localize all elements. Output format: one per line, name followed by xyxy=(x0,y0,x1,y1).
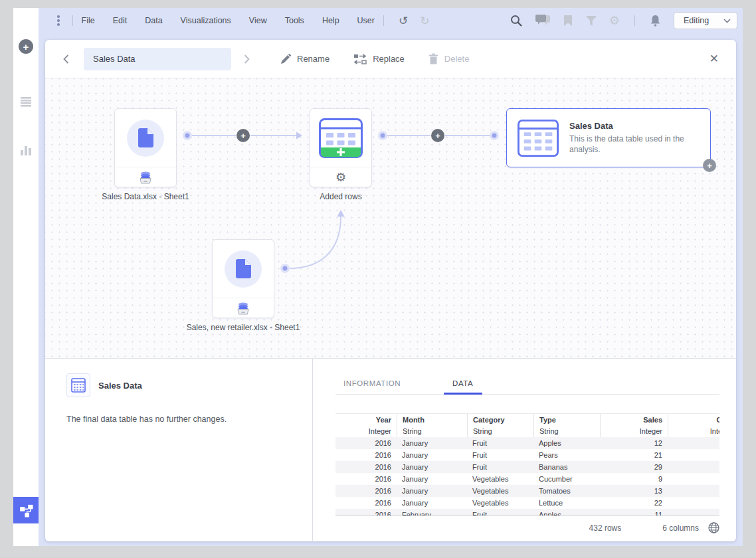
column-types-row: IntegerStringStringStringIntegerInteger xyxy=(335,425,719,437)
table-row[interactable]: 2016JanuaryVegetablesLettuce22 xyxy=(335,497,719,509)
table-cell: 2016 xyxy=(335,461,397,473)
insert-transformation-button[interactable]: + xyxy=(431,129,444,142)
table-cell: 9 xyxy=(600,473,668,485)
document-icon xyxy=(236,259,251,278)
data-preview-table: YearMonthCategoryTypeSalesCostIntegerStr… xyxy=(335,413,719,516)
menu-item-edit[interactable]: Edit xyxy=(113,16,128,25)
column-header-cell: String xyxy=(397,425,467,437)
menu-item-view[interactable]: View xyxy=(249,16,267,25)
chevron-down-icon xyxy=(723,19,731,23)
node-source-file-2[interactable] xyxy=(212,239,274,318)
table-cell: 22 xyxy=(600,497,668,509)
app-window: + FileEditDataVisualizationsViewT xyxy=(13,8,743,546)
menu-item-data[interactable]: Data xyxy=(145,16,162,25)
rename-button[interactable]: Rename xyxy=(280,54,330,64)
column-header-cell: String xyxy=(533,425,600,437)
insert-transformation-button[interactable]: + xyxy=(236,129,250,142)
table-cell xyxy=(668,497,719,509)
table-cell: 2016 xyxy=(335,449,397,461)
table-cell: Fruit xyxy=(467,461,533,473)
node-label: Sales, new retailer.xlsx - Sheet1 xyxy=(170,323,316,332)
replace-button[interactable]: Replace xyxy=(353,54,405,64)
table-cell: Pears xyxy=(533,449,600,461)
table-cell: 2016 xyxy=(335,497,397,509)
column-header-cell: String xyxy=(467,425,533,437)
menubar: FileEditDataVisualizationsViewToolsHelpU… xyxy=(39,8,743,33)
close-canvas-icon[interactable]: ✕ xyxy=(706,49,723,68)
table-cell: Apples xyxy=(533,437,600,449)
table-cell xyxy=(668,461,719,473)
table-cell: Vegetables xyxy=(467,497,533,509)
table-cell: Fruit xyxy=(467,437,533,449)
table-cell: 2016 xyxy=(335,509,397,516)
table-cell: Cucumber xyxy=(533,473,600,485)
active-tab-underline xyxy=(444,393,482,395)
previous-source-button[interactable] xyxy=(58,52,73,66)
tab-data[interactable]: DATA xyxy=(452,379,473,387)
operation-settings-gear-icon[interactable]: ⚙ xyxy=(335,171,346,183)
table-cell: 11 xyxy=(600,509,668,516)
table-cell: 21 xyxy=(600,449,668,461)
redo-icon[interactable]: ↻ xyxy=(420,14,429,28)
column-header-cell: Integer xyxy=(668,425,719,437)
menu-item-tools[interactable]: Tools xyxy=(285,16,304,25)
notifications-bell-icon[interactable] xyxy=(650,15,661,27)
column-header-cell[interactable]: Category xyxy=(467,414,533,425)
bookmarks-icon[interactable] xyxy=(563,15,573,27)
table-footer: 432 rows 6 columns xyxy=(335,522,719,533)
table-cell: 29 xyxy=(600,461,668,473)
filter-icon[interactable] xyxy=(585,15,597,27)
table-cell: January xyxy=(397,485,467,497)
table-row[interactable]: 2016JanuaryVegetablesTomatoes13 xyxy=(335,485,719,497)
globe-icon[interactable] xyxy=(708,522,719,533)
kebab-menu-icon[interactable] xyxy=(53,13,64,29)
table-row[interactable]: 2016JanuaryFruitApples12 xyxy=(335,437,719,449)
node-final-table[interactable]: Sales Data This is the data table used i… xyxy=(506,108,711,167)
stored-data-icon xyxy=(138,171,153,184)
data-in-analysis-icon[interactable] xyxy=(20,96,32,107)
add-step-button[interactable]: + xyxy=(703,159,716,172)
table-row[interactable]: 2016FebruaryFruitApples11 xyxy=(335,509,719,516)
menu-item-user[interactable]: User xyxy=(357,16,375,25)
tab-information[interactable]: INFORMATION xyxy=(343,379,401,387)
data-canvas-tab[interactable] xyxy=(13,497,39,523)
table-cell xyxy=(668,485,719,497)
node-source-file-1[interactable] xyxy=(114,108,177,187)
table-row[interactable]: 2016JanuaryVegetablesCucumber9 xyxy=(335,473,719,485)
data-canvas-panel: Sales Data Rename xyxy=(45,40,736,541)
bottom-panel: Sales Data The final data table has no f… xyxy=(45,359,736,541)
column-header-cell[interactable]: Sales xyxy=(600,414,668,425)
menu-items: FileEditDataVisualizationsViewToolsHelpU… xyxy=(82,16,375,25)
source-name: Sales Data xyxy=(93,54,136,64)
data-preview-pane: INFORMATION DATA YearMonthCategoryTypeSa… xyxy=(313,359,736,541)
column-count: 6 columns xyxy=(662,523,699,533)
table-cell: 2016 xyxy=(335,437,397,449)
menu-item-file[interactable]: File xyxy=(82,16,95,25)
data-table-icon xyxy=(518,119,559,157)
visualization-types-icon[interactable] xyxy=(20,144,32,155)
column-header-cell[interactable]: Cost xyxy=(668,414,719,425)
table-cell: January xyxy=(397,437,467,449)
source-selector[interactable]: Sales Data xyxy=(84,48,231,70)
table-cell xyxy=(668,509,719,516)
node-added-rows[interactable]: ⚙ xyxy=(310,108,372,187)
column-header-cell[interactable]: Type xyxy=(533,414,600,425)
tabs-divider xyxy=(335,394,719,395)
menu-item-help[interactable]: Help xyxy=(322,16,339,25)
column-header-cell[interactable]: Month xyxy=(397,414,467,425)
comments-icon[interactable] xyxy=(535,15,551,27)
settings-gear-icon[interactable]: ⚙ xyxy=(609,13,620,28)
next-source-button[interactable] xyxy=(239,52,254,66)
table-row[interactable]: 2016JanuaryFruitPears21 xyxy=(335,449,719,461)
column-header-cell: Integer xyxy=(600,425,668,437)
column-header-cell[interactable]: Year xyxy=(335,414,397,425)
search-icon[interactable] xyxy=(510,14,523,27)
mode-dropdown[interactable]: Editing xyxy=(674,12,737,29)
undo-icon[interactable]: ↺ xyxy=(399,14,408,28)
final-node-title: Sales Data xyxy=(569,121,700,131)
delete-button[interactable]: Delete xyxy=(428,53,470,64)
table-cell: Fruit xyxy=(467,509,533,516)
menu-item-visualizations[interactable]: Visualizations xyxy=(181,16,231,25)
add-content-button[interactable]: + xyxy=(19,39,33,54)
table-row[interactable]: 2016JanuaryFruitBananas29 xyxy=(335,461,719,473)
